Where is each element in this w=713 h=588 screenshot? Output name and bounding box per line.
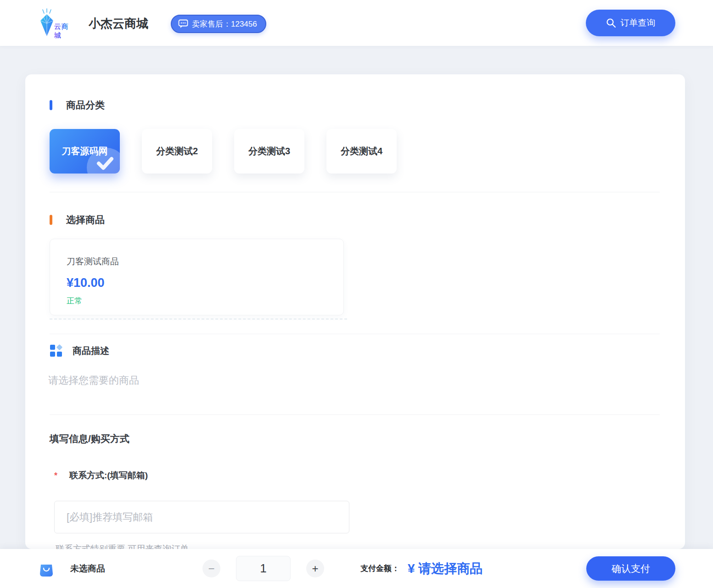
- checkout-bar: 未选商品 − + 支付金额： ¥ 请选择商品 确认支付: [0, 549, 713, 588]
- contact-field-label: 联系方式:(填写邮箱): [69, 470, 148, 482]
- product-card[interactable]: 刀客测试商品 ¥10.00 正常: [50, 239, 344, 315]
- required-asterisk: *: [54, 470, 57, 481]
- confirm-pay-button[interactable]: 确认支付: [586, 556, 675, 581]
- description-section-header: 商品描述: [50, 344, 109, 357]
- shop-main-card: 商品分类 刀客源码网 分类测试2 分类测试3 分类测试4 选择商品 刀客测试商品…: [25, 74, 685, 549]
- section-accent-bar: [50, 100, 52, 110]
- contact-helper-text: 联系方式特别重要 可用来查询订单: [56, 543, 189, 549]
- cart-status-group: 未选商品: [38, 549, 105, 588]
- category-item[interactable]: 分类测试3: [234, 129, 304, 174]
- order-query-button[interactable]: 订单查询: [586, 10, 675, 36]
- page-title: 小杰云商城: [89, 16, 148, 32]
- quantity-input[interactable]: [236, 556, 291, 581]
- quantity-minus-button[interactable]: −: [202, 560, 220, 577]
- order-query-label: 订单查询: [621, 17, 656, 29]
- divider: [50, 192, 660, 192]
- cart-status-text: 未选商品: [70, 563, 105, 575]
- category-item[interactable]: 分类测试4: [326, 129, 397, 174]
- category-item-selected[interactable]: 刀客源码网: [50, 129, 120, 174]
- product-section-title: 选择商品: [66, 213, 105, 226]
- description-section-title: 商品描述: [73, 345, 109, 357]
- pay-amount-label: 支付金额：: [360, 563, 399, 574]
- dashed-separator: [50, 319, 347, 319]
- product-price: ¥10.00: [67, 276, 343, 290]
- category-list: 刀客源码网 分类测试2 分类测试3 分类测试4: [50, 129, 397, 174]
- category-label: 分类测试4: [341, 145, 382, 157]
- contact-field-label-row: * 联系方式:(填写邮箱): [54, 470, 148, 482]
- pay-amount-group: 支付金额： ¥ 请选择商品: [360, 549, 483, 588]
- site-logo: 云商城: [38, 6, 73, 40]
- search-icon: [606, 18, 616, 28]
- category-item[interactable]: 分类测试2: [142, 129, 212, 174]
- chat-bubble-icon: [178, 19, 188, 28]
- grid-diamond-icon: [50, 344, 62, 357]
- category-section-header: 商品分类: [50, 99, 105, 112]
- logo-text: 云商城: [54, 22, 73, 40]
- product-section-header: 选择商品: [50, 213, 105, 226]
- divider: [50, 414, 660, 415]
- quantity-plus-button[interactable]: +: [306, 560, 324, 577]
- top-header: 云商城 小杰云商城 卖家售后：123456 订单查询: [0, 0, 713, 46]
- pay-amount-value: ¥ 请选择商品: [408, 560, 483, 577]
- category-section-title: 商品分类: [66, 99, 105, 112]
- after-sale-badge-label: 卖家售后：123456: [192, 19, 257, 29]
- product-status: 正常: [67, 296, 343, 306]
- description-placeholder: 请选择您需要的商品: [48, 374, 139, 387]
- form-section-title: 填写信息/购买方式: [50, 432, 129, 445]
- shopping-bag-icon: [38, 560, 55, 577]
- divider: [50, 334, 660, 334]
- category-label: 分类测试3: [248, 145, 290, 157]
- product-name: 刀客测试商品: [67, 256, 343, 268]
- section-accent-bar: [50, 215, 52, 225]
- category-label: 分类测试2: [156, 145, 198, 157]
- contact-email-input[interactable]: [54, 501, 349, 533]
- after-sale-badge[interactable]: 卖家售后：123456: [171, 15, 266, 33]
